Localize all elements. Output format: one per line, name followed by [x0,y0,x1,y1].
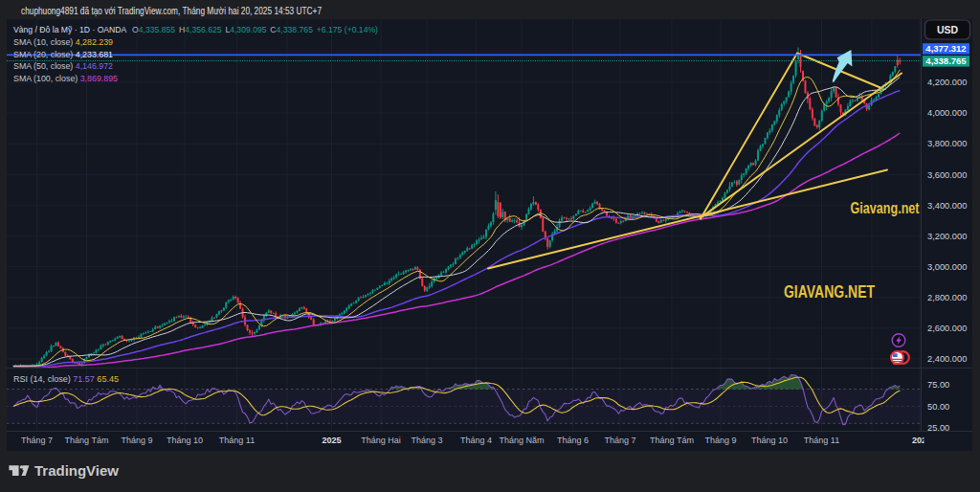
svg-text:chuphuong4891 đã tạo với Tradi: chuphuong4891 đã tạo với TradingView.com… [21,5,322,16]
svg-text:75.00: 75.00 [927,380,949,390]
svg-text:Vàng / Đô la Mỹ · 1D · OANDAO4: Vàng / Đô la Mỹ · 1D · OANDAO4,335.855H4… [13,25,378,34]
svg-text:2,400.000: 2,400.000 [927,354,967,364]
svg-text:Tháng Tám: Tháng Tám [65,436,109,445]
svg-text:Tháng Năm: Tháng Năm [499,436,544,445]
svg-text:Tháng Tám: Tháng Tám [650,436,694,445]
svg-text:TradingView: TradingView [34,462,120,479]
svg-text:Tháng 10: Tháng 10 [167,436,203,445]
svg-text:3,600.000: 3,600.000 [927,170,967,180]
svg-text:25.00: 25.00 [927,423,949,433]
svg-text:Tháng 11: Tháng 11 [219,436,255,445]
svg-text:4,000.000: 4,000.000 [927,108,967,118]
svg-text:SMA (100, close) 3,869.895: SMA (100, close) 3,869.895 [13,74,118,83]
svg-text:2,600.000: 2,600.000 [927,324,967,333]
svg-text:SMA (20, close) 4,233.681: SMA (20, close) 4,233.681 [13,50,113,59]
svg-text:2025: 2025 [322,436,341,445]
svg-text:GIAVANG.NET: GIAVANG.NET [784,281,875,302]
svg-text:Tháng 11: Tháng 11 [804,436,839,445]
svg-text:3,000.000: 3,000.000 [927,262,967,272]
svg-text:Tháng 10: Tháng 10 [751,436,788,445]
svg-text:3,200.000: 3,200.000 [927,232,967,241]
svg-text:50.00: 50.00 [927,402,949,412]
svg-text:3,800.000: 3,800.000 [927,139,967,148]
svg-text:Tháng 9: Tháng 9 [121,436,152,445]
svg-text:Tháng 9: Tháng 9 [704,436,736,445]
svg-text:Tháng 4: Tháng 4 [460,436,492,445]
svg-text:RSI (14, close) 71.57 65.45: RSI (14, close) 71.57 65.45 [13,374,119,384]
svg-text:Tháng Hai: Tháng Hai [361,436,401,445]
svg-text:SMA (50, close) 4,146.972: SMA (50, close) 4,146.972 [13,61,113,71]
svg-text:4,377.312: 4,377.312 [925,43,966,54]
svg-text:USD: USD [937,24,959,35]
svg-text:Tháng 7: Tháng 7 [21,436,53,445]
svg-text:Tháng 7: Tháng 7 [604,436,635,445]
svg-text:4,338.765: 4,338.765 [925,56,967,66]
svg-text:4,200.000: 4,200.000 [927,78,967,87]
svg-text:3,400.000: 3,400.000 [927,201,967,211]
svg-text:SMA (10, close) 4,282.239: SMA (10, close) 4,282.239 [13,37,113,47]
svg-text:2,800.000: 2,800.000 [927,293,967,302]
svg-text:Tháng 3: Tháng 3 [411,436,442,445]
svg-text:Giavang.net: Giavang.net [851,200,921,216]
svg-text:Tháng 6: Tháng 6 [557,436,589,445]
